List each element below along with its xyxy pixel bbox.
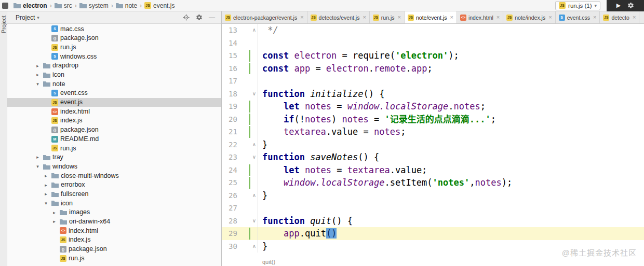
tree-item-tray[interactable]: ▸tray — [7, 153, 221, 162]
editor-tab-electron-packager-event-js[interactable]: JSelectron-packager/event.js× — [222, 11, 307, 23]
code-text[interactable] — [258, 202, 262, 215]
fold-end-icon[interactable]: ∧ — [251, 138, 258, 151]
tree-item-windows-css[interactable]: Swindows.css — [7, 52, 221, 61]
chevron-right-icon[interactable]: ▸ — [51, 219, 58, 224]
tree-item-readme-md[interactable]: MREADME.md — [7, 134, 221, 144]
tree-item-close-multi-windows[interactable]: ▸close-multi-windows — [7, 171, 221, 180]
code-text[interactable]: } — [258, 240, 267, 253]
line-number[interactable]: 21 — [222, 125, 258, 138]
gutter[interactable]: 14 — [222, 37, 258, 50]
gear-icon[interactable] — [627, 2, 634, 9]
tree-item-run-js[interactable]: JSrun.js — [7, 254, 221, 263]
tree-item-errorbox[interactable]: ▸errorbox — [7, 180, 221, 190]
fold-end-icon[interactable]: ∧ — [251, 24, 258, 37]
chevron-right-icon[interactable]: ▸ — [51, 210, 58, 215]
tree-item-package-json[interactable]: {}package.json — [7, 125, 221, 135]
code-text[interactable]: */ — [258, 24, 278, 37]
gutter[interactable]: 15 — [222, 49, 258, 62]
breadcrumb-item-note[interactable]: note — [115, 2, 138, 9]
line-number[interactable]: 20 — [222, 113, 258, 126]
close-tab-icon[interactable]: × — [300, 15, 303, 20]
fold-end-icon[interactable]: ∧ — [251, 189, 258, 202]
gutter[interactable]: 13∧ — [222, 24, 258, 37]
code-text[interactable]: const electron = require('electron'); — [258, 49, 459, 62]
editor-tab-event-css[interactable]: Sevent.css× — [556, 11, 600, 23]
hide-panel-icon[interactable]: — — [209, 15, 215, 21]
gutter[interactable]: 16 — [222, 62, 258, 75]
locate-file-icon[interactable] — [183, 14, 190, 21]
gutter[interactable]: 28∨ — [222, 215, 258, 228]
line-number[interactable]: 16 — [222, 62, 258, 75]
line-number[interactable]: 19 — [222, 100, 258, 113]
chevron-down-icon[interactable]: ▾ — [34, 81, 41, 87]
code-text[interactable]: let notes = textarea.value; — [258, 164, 427, 177]
gutter[interactable]: 27 — [222, 202, 258, 215]
close-tab-icon[interactable]: × — [633, 15, 636, 20]
close-tab-icon[interactable]: × — [497, 15, 500, 20]
gear-icon[interactable] — [196, 14, 203, 21]
chevron-right-icon[interactable]: ▸ — [43, 183, 49, 188]
line-number[interactable]: 15 — [222, 49, 258, 62]
chevron-right-icon[interactable]: ▸ — [34, 155, 41, 160]
line-number[interactable]: 25 — [222, 176, 258, 189]
chevron-right-icon[interactable]: ▸ — [43, 173, 49, 178]
code-text[interactable]: window.localStorage.setItem('notes',note… — [258, 176, 512, 189]
fold-end-icon[interactable]: ∧ — [251, 240, 258, 253]
breadcrumb-item-event-js[interactable]: JSevent.js — [143, 2, 176, 9]
tree-item-icon[interactable]: ▸icon — [7, 70, 221, 79]
tree-item-index-html[interactable]: <>index.html — [7, 226, 221, 235]
code-text[interactable] — [258, 37, 262, 50]
code-text[interactable]: } — [258, 138, 267, 151]
project-stripe-button[interactable]: Project — [1, 16, 7, 33]
tree-item-ori-darwin-x64[interactable]: ▸ori-darwin-x64 — [7, 217, 221, 226]
gutter[interactable]: 20 — [222, 113, 258, 126]
code-text[interactable]: } — [258, 189, 267, 202]
chevron-down-icon[interactable]: ▾ — [37, 15, 39, 20]
code-text[interactable]: textarea.value = notes; — [258, 125, 406, 138]
gutter[interactable]: 25 — [222, 176, 258, 189]
breadcrumb-item-system[interactable]: system — [78, 2, 110, 9]
close-tab-icon[interactable]: × — [450, 15, 453, 20]
gutter[interactable]: 19 — [222, 100, 258, 113]
tree-item-package-json[interactable]: {}package.json — [7, 34, 221, 43]
gutter[interactable]: 26∧ — [222, 189, 258, 202]
code-editor[interactable]: 13∧ */1415const electron = require('elec… — [222, 24, 644, 266]
gutter[interactable]: 23∨ — [222, 151, 258, 164]
line-number[interactable]: 14 — [222, 37, 258, 50]
line-number[interactable]: 17 — [222, 75, 258, 88]
tree-item-drapdrop[interactable]: ▸drapdrop — [7, 61, 221, 71]
gutter[interactable]: 18∨ — [222, 88, 258, 101]
run-config-selector[interactable]: JS run.js (1) ▾ — [555, 1, 600, 10]
tool-window-menu-icon[interactable] — [2, 3, 8, 9]
code-text[interactable]: function saveNotes() { — [258, 151, 379, 164]
close-tab-icon[interactable]: × — [593, 15, 596, 20]
tree-item-windows[interactable]: ▾windows — [7, 162, 221, 171]
tree-item-mac-css[interactable]: Smac.css — [7, 24, 221, 34]
chevron-right-icon[interactable]: ▸ — [34, 72, 41, 77]
editor-tab-run-js[interactable]: JSrun.js× — [370, 11, 405, 23]
chevron-right-icon[interactable]: ▸ — [43, 191, 49, 197]
breadcrumb-item-electron[interactable]: electron — [12, 2, 48, 9]
fold-start-icon[interactable]: ∨ — [251, 215, 258, 228]
tree-item-note[interactable]: ▾note — [7, 79, 221, 89]
tree-item-event-js[interactable]: JSevent.js — [7, 98, 221, 107]
fold-start-icon[interactable]: ∨ — [251, 151, 258, 164]
gutter[interactable]: 29 — [222, 227, 258, 240]
project-panel-title[interactable]: Project — [16, 14, 35, 21]
line-number[interactable]: 29 — [222, 227, 258, 240]
editor-tab-note-index-js[interactable]: JSnote/index.js× — [503, 11, 555, 23]
tree-item-run-js[interactable]: JSrun.js — [7, 144, 221, 153]
editor-tab-detectos-event-js[interactable]: JSdetectos/event.js× — [307, 11, 370, 23]
tree-item-index-html[interactable]: <>index.html — [7, 107, 221, 116]
code-text[interactable]: let notes = window.localStorage.notes; — [258, 100, 486, 113]
gutter[interactable]: 21 — [222, 125, 258, 138]
editor-tab-note-event-js[interactable]: JSnote/event.js× — [405, 11, 457, 23]
tree-item-index-js[interactable]: JSindex.js — [7, 116, 221, 125]
line-number[interactable]: 27 — [222, 202, 258, 215]
code-text[interactable] — [258, 75, 262, 88]
gutter[interactable]: 24 — [222, 164, 258, 177]
tree-item-images[interactable]: ▸images — [7, 208, 221, 217]
code-text[interactable]: function quit() { — [258, 215, 353, 228]
fold-start-icon[interactable]: ∨ — [251, 88, 258, 101]
code-text[interactable]: const app = electron.remote.app; — [258, 62, 433, 75]
